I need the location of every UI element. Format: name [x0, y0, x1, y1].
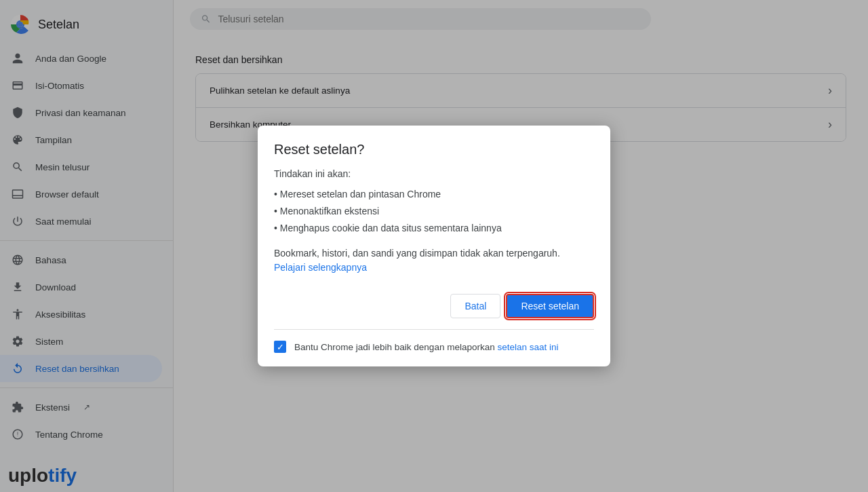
dialog-actions: Batal Reset setelan — [274, 294, 594, 318]
reset-button[interactable]: Reset setelan — [506, 294, 594, 318]
dialog-body: Reset setelan? Tindakan ini akan: • Mere… — [258, 126, 610, 286]
cancel-button[interactable]: Batal — [450, 294, 500, 318]
reset-dialog: Reset setelan? Tindakan ini akan: • Mere… — [258, 126, 610, 367]
list-item: • Menghapus cookie dan data situs sement… — [274, 220, 594, 237]
list-item: • Menonaktifkan ekstensi — [274, 203, 594, 220]
checkbox-label: Bantu Chrome jadi lebih baik dengan mela… — [294, 342, 559, 352]
dialog-list: • Mereset setelan dan pintasan Chrome • … — [274, 186, 594, 238]
dialog-subtitle: Tindakan ini akan: — [274, 168, 594, 179]
dialog-backdrop: Reset setelan? Tindakan ini akan: • Mere… — [0, 0, 868, 492]
checkmark-icon: ✓ — [277, 343, 284, 352]
dialog-footer: Batal Reset setelan ✓ Bantu Chrome jadi … — [258, 286, 610, 366]
dialog-title: Reset setelan? — [274, 142, 594, 157]
checkbox-row: ✓ Bantu Chrome jadi lebih baik dengan me… — [274, 329, 594, 353]
report-checkbox[interactable]: ✓ — [274, 341, 286, 353]
list-item: • Mereset setelan dan pintasan Chrome — [274, 186, 594, 203]
settings-link[interactable]: setelan saat ini — [497, 342, 558, 352]
dialog-note: Bookmark, histori, dan sandi yang disimp… — [274, 246, 594, 275]
learn-more-link[interactable]: Pelajari selengkapnya — [274, 262, 367, 273]
